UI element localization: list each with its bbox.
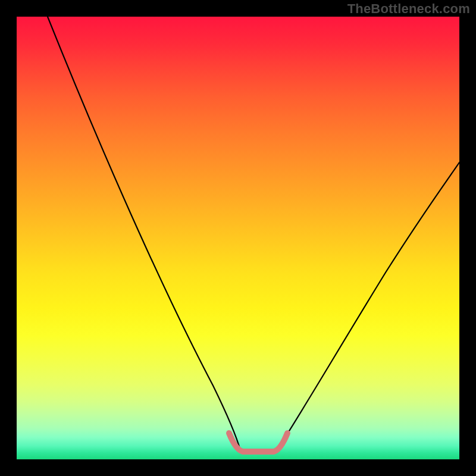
chart-svg	[17, 17, 459, 459]
left-branch-line	[48, 17, 240, 450]
right-branch-line	[277, 162, 459, 450]
chart-container: TheBottleneck.com	[0, 0, 476, 476]
watermark-text: TheBottleneck.com	[347, 1, 470, 17]
plot-area	[17, 17, 459, 459]
